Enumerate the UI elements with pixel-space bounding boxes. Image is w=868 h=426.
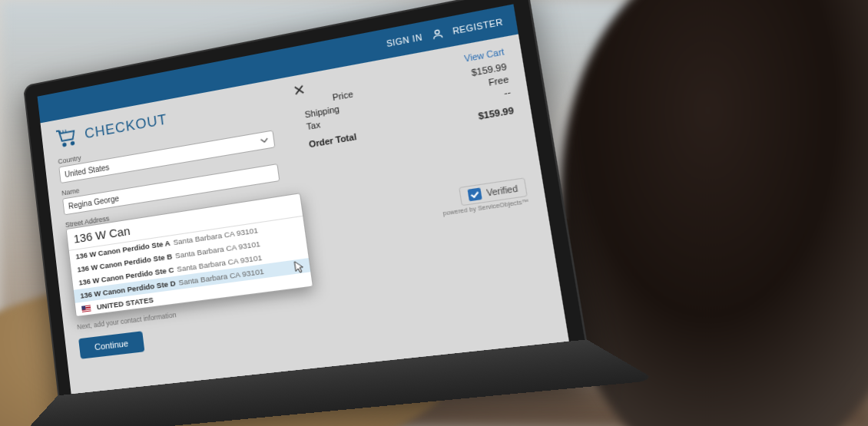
- continue-button[interactable]: Continue: [78, 331, 144, 358]
- cursor-icon: [293, 259, 305, 272]
- summary-label: Tax: [306, 120, 321, 132]
- svg-point-2: [71, 142, 75, 145]
- page-title: CHECKOUT: [84, 111, 168, 142]
- summary-value: --: [503, 87, 512, 98]
- svg-point-1: [63, 143, 66, 146]
- sign-in-link[interactable]: SIGN IN: [386, 32, 422, 48]
- summary-label: Price: [332, 89, 353, 102]
- chevron-down-icon: [260, 136, 269, 145]
- user-icon: [430, 27, 445, 41]
- checkout-form: CHECKOUT Country United States Name: [55, 91, 301, 359]
- order-total-label: Order Total: [308, 131, 357, 149]
- svg-point-0: [435, 30, 439, 35]
- close-icon[interactable]: ✕: [292, 81, 306, 101]
- order-total-value: $159.99: [478, 105, 515, 121]
- order-summary: ✕ View Cart Price $159.99 Shipping Free …: [292, 48, 545, 331]
- cart-icon: [55, 126, 78, 149]
- register-link[interactable]: REGISTER: [452, 17, 503, 35]
- verified-check-icon: [467, 187, 482, 201]
- country-value: United States: [65, 163, 110, 179]
- us-flag-icon: [81, 305, 91, 312]
- summary-value: Free: [488, 74, 509, 88]
- verified-text: Verified: [485, 183, 518, 197]
